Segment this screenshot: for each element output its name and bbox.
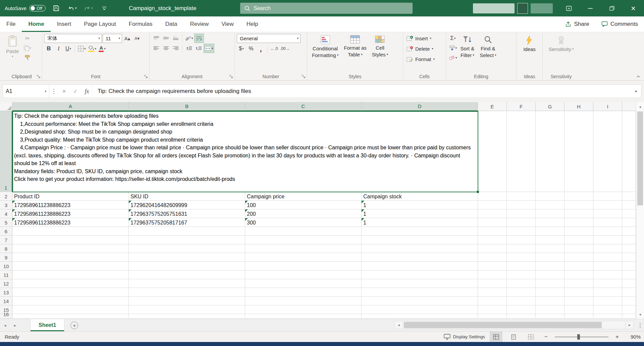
tab-formulas[interactable]: Formulas bbox=[122, 16, 159, 32]
cell-G7[interactable] bbox=[536, 236, 565, 244]
cell-E11[interactable] bbox=[478, 270, 507, 279]
cell[interactable] bbox=[622, 201, 636, 209]
cell-C13[interactable] bbox=[245, 288, 362, 297]
cell-H8[interactable] bbox=[565, 244, 593, 253]
cell-C14[interactable] bbox=[245, 297, 362, 305]
zoom-level[interactable]: 90% bbox=[626, 334, 641, 340]
cell-A5[interactable]: 1729589611238886223 bbox=[12, 218, 129, 227]
cell-H14[interactable] bbox=[565, 297, 593, 305]
format-as-table-button[interactable]: Format as Table▾ bbox=[341, 34, 369, 72]
cell-F3[interactable] bbox=[507, 201, 536, 209]
cut-button[interactable]: ✂ bbox=[23, 34, 32, 43]
cell-C9[interactable] bbox=[245, 253, 362, 262]
cell[interactable] bbox=[622, 218, 636, 227]
underline-button[interactable]: U▾ bbox=[64, 44, 73, 53]
delete-dropdown-icon[interactable]: ▾ bbox=[432, 47, 433, 50]
cell-B14[interactable] bbox=[129, 297, 245, 305]
cell-A10[interactable] bbox=[12, 262, 129, 270]
cell-D2[interactable]: Campaign stock bbox=[362, 192, 478, 201]
horizontal-scrollbar-track[interactable] bbox=[403, 321, 625, 329]
cell-B3[interactable]: 1729620416482609999 bbox=[129, 201, 245, 209]
font-color-dropdown-icon[interactable]: ▾ bbox=[104, 47, 106, 50]
scroll-left-button[interactable]: ◂ bbox=[394, 321, 403, 329]
cell-H5[interactable] bbox=[565, 218, 593, 227]
cell-F8[interactable] bbox=[507, 244, 536, 253]
cell[interactable] bbox=[622, 253, 636, 262]
cell-H3[interactable] bbox=[565, 201, 593, 209]
cell-G2[interactable] bbox=[536, 192, 565, 201]
format-dropdown-icon[interactable]: ▾ bbox=[433, 58, 435, 61]
fill-dropdown-icon[interactable]: ▾ bbox=[455, 47, 457, 50]
column-header-E[interactable]: E bbox=[478, 102, 507, 111]
share-button[interactable]: Share bbox=[559, 16, 595, 32]
cell-E14[interactable] bbox=[478, 297, 507, 305]
cell-G14[interactable] bbox=[536, 297, 565, 305]
cell-B2[interactable]: SKU ID bbox=[129, 192, 245, 201]
document-title[interactable]: Campaign_stock_template ▾ bbox=[129, 5, 201, 12]
percent-style-button[interactable]: % bbox=[247, 44, 256, 53]
cell-G12[interactable] bbox=[536, 279, 565, 288]
cell-B15[interactable] bbox=[129, 305, 245, 314]
tab-insert[interactable]: Insert bbox=[51, 16, 78, 32]
number-format-combo[interactable]: General ▾ bbox=[237, 34, 301, 43]
cell-E16[interactable] bbox=[478, 314, 507, 318]
cell-B8[interactable] bbox=[129, 244, 245, 253]
cell-B13[interactable] bbox=[129, 288, 245, 297]
tab-review[interactable]: Review bbox=[183, 16, 215, 32]
cell-E15[interactable] bbox=[478, 305, 507, 314]
sheet-tab-sheet1[interactable]: Sheet1 bbox=[30, 319, 64, 331]
horizontal-scrollbar[interactable]: ◂ ▸ bbox=[394, 321, 634, 329]
vertical-scrollbar-thumb[interactable] bbox=[637, 111, 643, 205]
cell-F1[interactable] bbox=[507, 111, 536, 192]
cell-E12[interactable] bbox=[478, 279, 507, 288]
row-header-9[interactable]: 9 bbox=[0, 253, 12, 262]
clear-button[interactable]: ▾ bbox=[448, 53, 458, 62]
undo-dropdown-icon[interactable]: ▾ bbox=[75, 7, 77, 10]
merge-center-button[interactable]: ▾ bbox=[204, 44, 214, 53]
cell-I16[interactable] bbox=[593, 314, 622, 318]
column-header-B[interactable]: B bbox=[129, 102, 245, 111]
row-header-14[interactable]: 14 bbox=[0, 297, 12, 305]
formula-input[interactable]: Tip: Check the campaign requirements bef… bbox=[93, 85, 631, 98]
conditional-formatting-dropdown-icon[interactable]: ▾ bbox=[337, 54, 339, 57]
alignment-dialog-launcher[interactable] bbox=[229, 74, 233, 79]
row-header-10[interactable]: 10 bbox=[0, 262, 12, 270]
autosum-button[interactable]: Σ▾ bbox=[448, 34, 458, 43]
cell-D3[interactable]: 1 bbox=[362, 201, 478, 209]
cell-I14[interactable] bbox=[593, 297, 622, 305]
cell-I12[interactable] bbox=[593, 279, 622, 288]
format-cells-button[interactable]: Format ▾ bbox=[405, 55, 444, 64]
cell-F12[interactable] bbox=[507, 279, 536, 288]
cell-H4[interactable] bbox=[565, 209, 593, 218]
expand-formula-bar-button[interactable]: ▾ bbox=[631, 90, 641, 93]
insert-dropdown-icon[interactable]: ▾ bbox=[430, 37, 432, 40]
column-header-F[interactable]: F bbox=[507, 102, 536, 111]
delete-cells-button[interactable]: Delete ▾ bbox=[405, 44, 444, 53]
bold-button[interactable]: B bbox=[44, 44, 53, 53]
cell-A4[interactable]: 1729589611238886223 bbox=[12, 209, 129, 218]
cell-D8[interactable] bbox=[362, 244, 478, 253]
cell-E5[interactable] bbox=[478, 218, 507, 227]
cell-G1[interactable] bbox=[536, 111, 565, 192]
orientation-dropdown-icon[interactable]: ▾ bbox=[192, 37, 193, 40]
cell-H15[interactable] bbox=[565, 305, 593, 314]
cell-H11[interactable] bbox=[565, 270, 593, 279]
column-header-H[interactable]: H bbox=[565, 102, 593, 111]
tab-data[interactable]: Data bbox=[159, 16, 184, 32]
scroll-up-button[interactable]: ▴ bbox=[636, 102, 644, 111]
cell-C8[interactable] bbox=[245, 244, 362, 253]
zoom-slider-thumb[interactable] bbox=[577, 334, 580, 340]
cell-H13[interactable] bbox=[565, 288, 593, 297]
cell-D10[interactable] bbox=[362, 262, 478, 270]
cell-A1[interactable]: Tip: Check the campaign requirements bef… bbox=[12, 111, 478, 192]
cell-A7[interactable] bbox=[12, 236, 129, 244]
sort-filter-button[interactable]: Sort & Filter▾ bbox=[458, 34, 477, 72]
italic-button[interactable]: I bbox=[54, 44, 63, 53]
cell-H7[interactable] bbox=[565, 236, 593, 244]
cell-B11[interactable] bbox=[129, 270, 245, 279]
align-top-button[interactable] bbox=[152, 34, 161, 43]
clipboard-dialog-launcher[interactable] bbox=[36, 74, 41, 79]
column-header-partial[interactable] bbox=[622, 102, 636, 111]
ideas-button[interactable]: Ideas bbox=[521, 34, 538, 72]
cell-C5[interactable]: 300 bbox=[245, 218, 362, 227]
